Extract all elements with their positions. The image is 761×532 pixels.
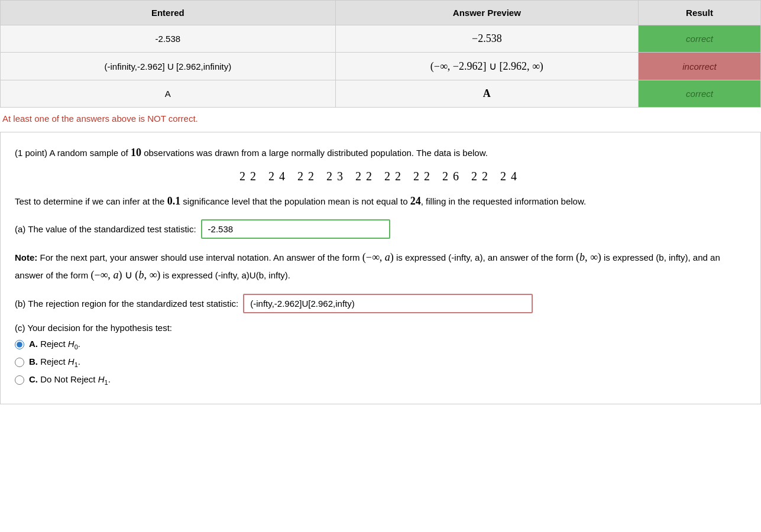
part-a-input[interactable] [201, 219, 390, 239]
radio-option-a: A. Reject H0. [15, 339, 746, 351]
result-badge-2: incorrect [638, 53, 760, 80]
result-badge-1: correct [638, 25, 760, 53]
significance-text: Test to determine if we can infer at the… [15, 193, 746, 210]
table-row: A A correct [1, 80, 761, 108]
radio-c[interactable] [15, 375, 24, 385]
question-intro: (1 point) A random sample of 10 observat… [15, 144, 746, 161]
radio-a[interactable] [15, 340, 24, 349]
question-box: (1 point) A random sample of 10 observat… [0, 132, 761, 404]
radio-a-label[interactable]: A. Reject H0. [29, 339, 80, 351]
result-badge-3: correct [638, 80, 760, 108]
note-label: Note: [15, 252, 37, 262]
preview-value-2: (−∞, −2.962] ∪ [2.962, ∞) [335, 53, 638, 80]
col-header-result: Result [638, 1, 760, 25]
radio-b-label[interactable]: B. Reject H1. [29, 356, 80, 368]
significance-level: 0.1 [167, 195, 181, 207]
part-b-input[interactable] [243, 294, 533, 313]
table-row: (-infinity,-2.962] U [2.962,infinity) (−… [1, 53, 761, 80]
table-row: -2.538 −2.538 correct [1, 25, 761, 53]
entered-value-1: -2.538 [1, 25, 336, 53]
radio-b[interactable] [15, 358, 24, 367]
sample-size: 10 [131, 147, 141, 158]
data-values: 22 24 22 23 22 22 22 26 22 24 [15, 170, 746, 183]
results-table: Entered Answer Preview Result -2.538 −2.… [0, 0, 761, 108]
warning-message: At least one of the answers above is NOT… [0, 108, 761, 129]
radio-c-label[interactable]: C. Do Not Reject H1. [29, 374, 111, 386]
col-header-preview: Answer Preview [335, 1, 638, 25]
part-a-label: (a) The value of the standardized test s… [15, 224, 196, 234]
part-b-row: (b) The rejection region for the standar… [15, 294, 746, 313]
preview-value-3: A [335, 80, 638, 108]
preview-value-1: −2.538 [335, 25, 638, 53]
radio-group: A. Reject H0. B. Reject H1. C. Do Not Re… [15, 339, 746, 386]
radio-option-b: B. Reject H1. [15, 356, 746, 368]
radio-option-c: C. Do Not Reject H1. [15, 374, 746, 386]
col-header-entered: Entered [1, 1, 336, 25]
note-paragraph: Note: For the next part, your answer sho… [15, 248, 746, 284]
part-b-label: (b) The rejection region for the standar… [15, 299, 238, 309]
entered-value-3: A [1, 80, 336, 108]
part-a-row: (a) The value of the standardized test s… [15, 219, 746, 239]
part-c-label: (c) Your decision for the hypothesis tes… [15, 323, 746, 333]
entered-value-2: (-infinity,-2.962] U [2.962,infinity) [1, 53, 336, 80]
null-value: 24 [410, 195, 421, 207]
